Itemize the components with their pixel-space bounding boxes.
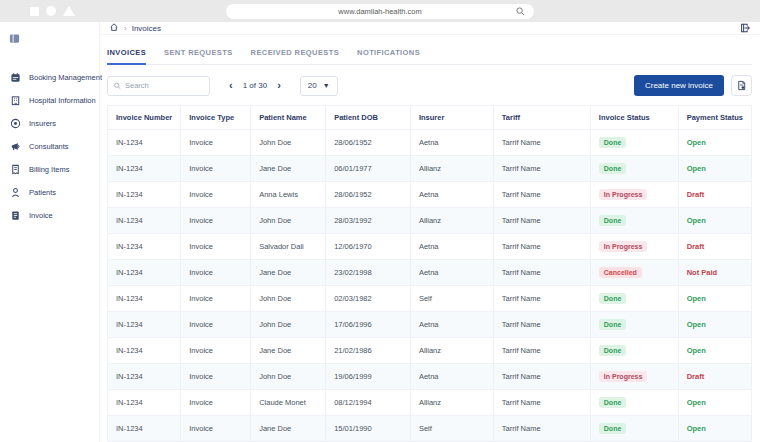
cell-invoice-status: Done	[590, 286, 678, 312]
main-area: › Invoices INVOICESSENT REQUESTSRECEIVED…	[100, 22, 760, 442]
search-box[interactable]	[107, 76, 210, 96]
cell-patient-dob: 08/12/1994	[326, 390, 411, 416]
page-size-select[interactable]: 20 ▼	[300, 76, 338, 96]
cell-payment-status: Open	[678, 156, 751, 182]
search-icon	[114, 82, 121, 90]
sidebar-item-consultants[interactable]: Consultants	[0, 135, 99, 158]
cell-patient-name: Jane Doe	[251, 260, 326, 286]
table-row[interactable]: IN-1234InvoiceJohn Doe28/03/1992AllianzT…	[108, 208, 752, 234]
home-icon[interactable]	[109, 22, 119, 34]
tab-received-requests[interactable]: RECEIVED REQUESTS	[251, 43, 339, 64]
sidebar-item-patients[interactable]: Patients	[0, 181, 99, 204]
cell-tariff: Tarrif Name	[493, 390, 590, 416]
cell-insurer: Aetna	[410, 130, 493, 156]
pagination: ‹ 1 of 30 ›	[227, 80, 283, 91]
cell-invoice-status: Cancelled	[590, 260, 678, 286]
cell-payment-status: Open	[678, 416, 751, 442]
table-row[interactable]: IN-1234InvoiceSalvador Dali12/06/1970Aet…	[108, 234, 752, 260]
cell-insurer: Aetna	[410, 260, 493, 286]
chevron-right-icon: ›	[124, 24, 127, 33]
cell-invoice-type: Invoice	[181, 286, 251, 312]
cell-invoice-number: IN-1234	[108, 182, 181, 208]
cell-patient-dob: 06/01/1977	[326, 156, 411, 182]
cell-patient-name: Anna Lewis	[251, 182, 326, 208]
controls-row: ‹ 1 of 30 › 20 ▼ Create new invoice	[107, 75, 752, 96]
sidebar-nav: Booking ManagementHospital InformationIn…	[0, 58, 99, 227]
tabs: INVOICESSENT REQUESTSRECEIVED REQUESTSNO…	[107, 43, 752, 65]
cell-invoice-status: Done	[590, 416, 678, 442]
table-row[interactable]: IN-1234InvoiceJane Doe06/01/1977AllianzT…	[108, 156, 752, 182]
cell-patient-name: John Doe	[251, 364, 326, 390]
create-new-invoice-button[interactable]: Create new invoice	[634, 75, 724, 96]
table-row[interactable]: IN-1234InvoiceJohn Doe19/06/1999AetnaTar…	[108, 364, 752, 390]
breadcrumb: › Invoices	[109, 22, 161, 34]
cell-payment-status: Draft	[678, 364, 751, 390]
tab-sent-requests[interactable]: SENT REQUESTS	[164, 43, 233, 64]
tab-invoices[interactable]: INVOICES	[107, 43, 146, 65]
cell-tariff: Tarrif Name	[493, 312, 590, 338]
sidebar-item-hospital-information[interactable]: Hospital Information	[0, 89, 99, 112]
table-row[interactable]: IN-1234InvoiceJohn Doe28/06/1952AetnaTar…	[108, 130, 752, 156]
cell-payment-status: Open	[678, 130, 751, 156]
table-header-row: Invoice NumberInvoice TypePatient NamePa…	[108, 106, 752, 130]
cell-invoice-number: IN-1234	[108, 234, 181, 260]
sidebar-item-label: Consultants	[29, 142, 69, 151]
table-row[interactable]: IN-1234InvoiceJane Doe23/02/1998AetnaTar…	[108, 260, 752, 286]
sidebar-item-booking-management[interactable]: Booking Management	[0, 66, 99, 89]
cell-invoice-number: IN-1234	[108, 312, 181, 338]
cell-invoice-type: Invoice	[181, 390, 251, 416]
sidebar-item-invoice[interactable]: Invoice	[0, 204, 99, 227]
sidebar-item-billing-items[interactable]: Billing Items	[0, 158, 99, 181]
building-icon	[10, 95, 21, 106]
search-input[interactable]	[125, 81, 203, 90]
square-shape-icon	[30, 7, 39, 16]
table-row[interactable]: IN-1234InvoiceJane Doe15/01/1990SelfTarr…	[108, 416, 752, 442]
sidebar-item-label: Patients	[29, 188, 56, 197]
cell-payment-status: Open	[678, 286, 751, 312]
cell-patient-dob: 28/03/1992	[326, 208, 411, 234]
cell-payment-status: Open	[678, 312, 751, 338]
sidebar-item-label: Insurers	[29, 119, 56, 128]
address-bar[interactable]: www.damilah-health.com	[226, 4, 534, 19]
cell-patient-name: Jane Doe	[251, 416, 326, 442]
invoice-status-badge: Cancelled	[599, 267, 642, 278]
calendar-icon	[10, 72, 21, 83]
sidebar-item-insurers[interactable]: Insurers	[0, 112, 99, 135]
invoice-status-badge: Done	[599, 319, 627, 330]
cell-patient-dob: 12/06/1970	[326, 234, 411, 260]
cell-invoice-number: IN-1234	[108, 208, 181, 234]
next-page-icon[interactable]: ›	[275, 80, 283, 91]
breadcrumb-page[interactable]: Invoices	[132, 24, 161, 33]
cell-invoice-type: Invoice	[181, 130, 251, 156]
cell-invoice-type: Invoice	[181, 208, 251, 234]
invoice-status-badge: In Progress	[599, 241, 648, 252]
cell-patient-dob: 28/06/1952	[326, 182, 411, 208]
table-row[interactable]: IN-1234InvoiceClaude Monet08/12/1994Alli…	[108, 390, 752, 416]
cell-invoice-type: Invoice	[181, 312, 251, 338]
cell-invoice-type: Invoice	[181, 260, 251, 286]
table-row[interactable]: IN-1234InvoiceJohn Doe17/06/1996AetnaTar…	[108, 312, 752, 338]
logout-icon[interactable]	[739, 22, 751, 34]
table-row[interactable]: IN-1234InvoiceAnna Lewis28/06/1952AetnaT…	[108, 182, 752, 208]
cell-tariff: Tarrif Name	[493, 260, 590, 286]
cell-invoice-number: IN-1234	[108, 156, 181, 182]
table-row[interactable]: IN-1234InvoiceJane Doe21/02/1986AllianzT…	[108, 338, 752, 364]
cell-insurer: Allianz	[410, 156, 493, 182]
export-invoices-button[interactable]	[731, 75, 752, 96]
table-row[interactable]: IN-1234InvoiceJohn Doe02/03/1982SelfTarr…	[108, 286, 752, 312]
prev-page-icon[interactable]: ‹	[227, 80, 235, 91]
cell-invoice-type: Invoice	[181, 234, 251, 260]
invoice-status-badge: Done	[599, 137, 627, 148]
cell-invoice-type: Invoice	[181, 338, 251, 364]
cell-patient-name: John Doe	[251, 312, 326, 338]
tab-notifications[interactable]: NOTIFICATIONS	[357, 43, 420, 64]
cell-tariff: Tarrif Name	[493, 286, 590, 312]
cell-invoice-type: Invoice	[181, 364, 251, 390]
sidebar-toggle-icon[interactable]	[9, 33, 20, 44]
sidebar-item-label: Billing Items	[29, 165, 69, 174]
app-window: Booking ManagementHospital InformationIn…	[0, 22, 760, 442]
column-header-payment-status: Payment Status	[678, 106, 751, 130]
column-header-tariff: Tariff	[493, 106, 590, 130]
column-header-invoice-status: Invoice Status	[590, 106, 678, 130]
cell-invoice-type: Invoice	[181, 182, 251, 208]
